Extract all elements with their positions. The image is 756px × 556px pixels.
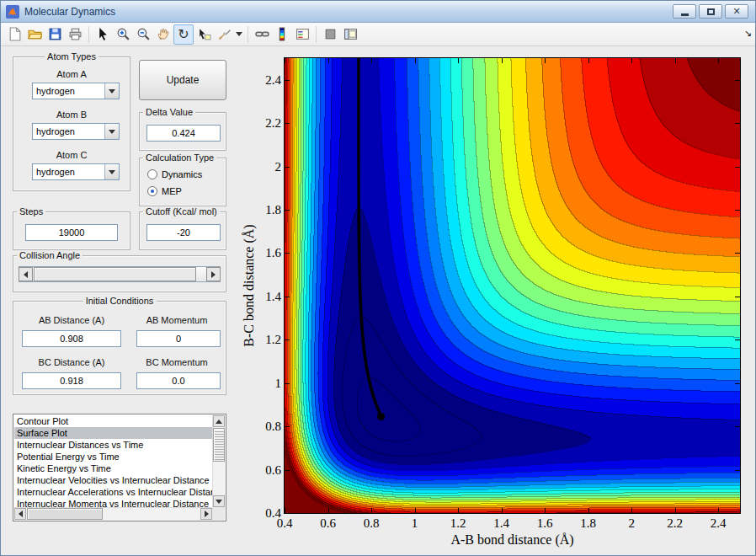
radio-dynamics-label: Dynamics (162, 169, 202, 179)
steps-panel: Steps (13, 211, 130, 250)
x-tick-label: 2 (628, 516, 635, 531)
cutoff-panel: Cutoff (Kcal/ mol) (139, 211, 226, 250)
slider-right-arrow[interactable] (206, 267, 221, 281)
y-tick-label: 0.8 (265, 420, 281, 434)
arrow-left-icon (19, 511, 23, 517)
minimize-button[interactable] (673, 4, 696, 19)
horizontal-scroll-thumb[interactable] (27, 508, 103, 520)
list-item[interactable]: Contour Plot (14, 415, 212, 427)
legend-icon (295, 27, 310, 41)
print-figure-button[interactable] (65, 24, 85, 45)
collision-angle-slider[interactable] (19, 266, 221, 282)
save-icon (48, 27, 62, 41)
radio-dynamics[interactable]: Dynamics (147, 168, 202, 180)
panel-title: Delta Value (143, 107, 195, 117)
save-figure-button[interactable] (45, 24, 65, 45)
radio-mep[interactable]: MEP (147, 185, 182, 197)
radio-icon (147, 169, 157, 179)
show-plot-tools-icon (343, 27, 358, 41)
list-item[interactable]: Internuclear Accelerations vs Internucle… (14, 486, 212, 498)
panel-title: Atom Types (45, 51, 98, 61)
slider-thumb[interactable] (34, 267, 196, 281)
chevron-down-icon[interactable] (104, 124, 119, 139)
scroll-up-button[interactable] (213, 415, 225, 427)
y-tick-label: 1.8 (265, 203, 281, 217)
open-folder-icon (28, 27, 42, 41)
y-axis-label: B-C bond distance (Å) (240, 58, 258, 513)
x-tick-labels: 0.40.60.811.21.41.61.822.22.4 (285, 516, 740, 530)
x-tick-label: 0.6 (320, 516, 336, 531)
zoom-in-button[interactable] (113, 24, 133, 45)
vertical-scroll-thumb[interactable] (213, 428, 225, 462)
brush-button[interactable] (214, 24, 234, 45)
maximize-icon (707, 8, 715, 15)
link-plot-button[interactable] (252, 24, 272, 45)
atom-b-select[interactable]: hydrogen (32, 123, 120, 140)
data-cursor-icon (197, 27, 211, 41)
link-chain-icon (255, 27, 269, 41)
y-tick-label: 1.2 (265, 333, 281, 347)
window-controls: ✕ (670, 4, 748, 19)
chevron-down-icon[interactable] (104, 164, 119, 179)
bc-momentum-input[interactable] (136, 372, 221, 389)
vertical-scrollbar[interactable] (212, 415, 225, 507)
scroll-right-button[interactable] (200, 508, 212, 520)
cutoff-input[interactable] (146, 224, 221, 241)
edit-plot-button[interactable] (93, 24, 113, 45)
open-file-button[interactable] (24, 24, 45, 45)
rotate-3d-icon: ↻ (178, 28, 189, 41)
maximize-button[interactable] (699, 4, 722, 19)
list-item[interactable]: Internuclear Velocities vs Internuclear … (14, 474, 212, 486)
title-bar[interactable]: Molecular Dynamics ✕ (1, 1, 755, 23)
toolbar-overflow-icon[interactable]: ↘ (744, 28, 752, 39)
panel-title: Initial Conditions (83, 296, 157, 306)
atom-a-select[interactable]: hydrogen (32, 83, 120, 99)
data-cursor-button[interactable] (194, 24, 214, 45)
arrow-down-icon (216, 500, 222, 504)
panel-title: Steps (17, 206, 45, 217)
figure-toolbar: ↻ (1, 23, 755, 46)
scroll-left-button[interactable] (14, 508, 26, 520)
steps-input[interactable] (25, 224, 118, 241)
minimize-icon (681, 13, 689, 16)
insert-colorbar-button[interactable] (272, 24, 292, 45)
update-button[interactable]: Update (139, 60, 226, 100)
x-tick-label: 2.2 (667, 516, 683, 531)
insert-legend-button[interactable] (292, 24, 312, 45)
zoom-in-icon (116, 27, 130, 41)
molecular-dynamics-window: Molecular Dynamics ✕ ↻ (0, 0, 756, 556)
list-item[interactable]: Internuclear Momenta vs Internuclear Dis… (14, 498, 212, 507)
app-icon (6, 5, 19, 19)
y-tick-label: 2.4 (265, 72, 281, 87)
ab-momentum-input[interactable] (136, 330, 221, 347)
scroll-down-button[interactable] (213, 495, 225, 507)
pan-button[interactable] (153, 24, 173, 45)
zoom-out-button[interactable] (133, 24, 153, 45)
atom-c-select[interactable]: hydrogen (32, 163, 120, 180)
new-figure-button[interactable] (4, 24, 24, 45)
chevron-down-icon[interactable] (104, 83, 119, 99)
brush-menu-button[interactable] (234, 24, 244, 45)
close-button[interactable]: ✕ (725, 4, 748, 19)
atom-c-label: Atom C (13, 150, 130, 160)
list-item[interactable]: Surface Plot (14, 427, 212, 439)
ab-distance-input[interactable] (22, 330, 121, 347)
list-item[interactable]: Potential Energy vs Time (14, 451, 212, 462)
atom-b-value: hydrogen (36, 126, 75, 136)
hide-plot-tools-button[interactable] (320, 24, 340, 45)
slider-left-arrow[interactable] (19, 267, 33, 281)
bc-distance-label: BC Distance (A) (17, 357, 126, 367)
listbox-items: Contour PlotSurface PlotInternuclear Dis… (14, 415, 212, 507)
plot-type-listbox[interactable]: Contour PlotSurface PlotInternuclear Dis… (13, 414, 226, 521)
horizontal-scrollbar[interactable] (14, 507, 212, 520)
delta-input[interactable] (146, 125, 221, 142)
y-tick-label: 1.4 (265, 289, 281, 303)
bc-momentum-label: BC Momentum (130, 357, 224, 367)
list-item[interactable]: Internuclear Distances vs Time (14, 439, 212, 451)
list-item[interactable]: Kinetic Energy vs Time (14, 462, 212, 474)
show-plot-tools-button[interactable] (340, 24, 360, 45)
delta-value-panel: Delta Value (139, 112, 226, 151)
rotate-3d-button[interactable]: ↻ (173, 24, 194, 45)
bc-distance-input[interactable] (22, 372, 121, 389)
contour-canvas[interactable] (284, 57, 741, 514)
